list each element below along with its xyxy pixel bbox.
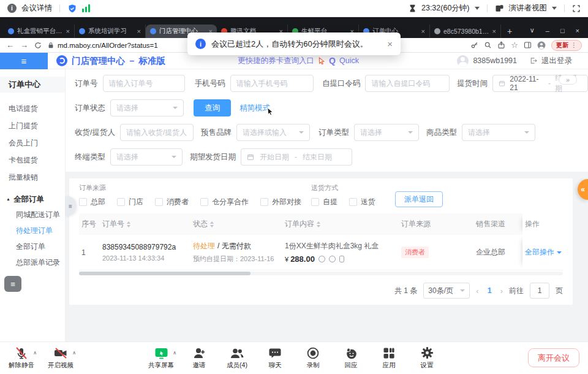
checkbox-icon[interactable]	[79, 198, 87, 206]
floating-menu-button[interactable]: ≡	[4, 276, 21, 292]
expand-filters-button[interactable]: »	[559, 75, 577, 85]
logout-icon[interactable]	[530, 57, 537, 64]
toast-close-icon[interactable]: ×	[387, 39, 393, 49]
view-mode-label[interactable]: 演讲者视图	[509, 3, 548, 13]
order-no-input[interactable]	[109, 79, 179, 88]
share-screen-button[interactable]: 共享屏幕 ∧	[145, 345, 178, 370]
side-panel-icon[interactable]	[524, 41, 532, 49]
network-signal-icon[interactable]	[82, 4, 90, 12]
chat-button[interactable]: 聊天	[258, 345, 292, 370]
camera-options-chevron[interactable]: ∧	[72, 350, 76, 356]
order-type-select[interactable]: 请选择	[354, 124, 419, 141]
phone-input[interactable]	[236, 79, 307, 88]
browser-tab-7[interactable]: e8c573980b1328a258fd2e6 ×	[430, 25, 501, 38]
source-checkbox-hq[interactable]: 总部	[79, 197, 105, 207]
security-shield-icon[interactable]	[67, 4, 77, 13]
zoom-icon[interactable]	[484, 41, 492, 49]
share-options-chevron[interactable]: ∧	[173, 350, 176, 356]
sidebar-group-all-orders[interactable]: ▲ 全部订单	[0, 192, 65, 207]
source-checkbox-external[interactable]: 外部对接	[260, 197, 301, 207]
remark-icon[interactable]	[318, 256, 325, 262]
tab-close-icon[interactable]: ×	[492, 28, 496, 35]
sidebar-item-batch-verify[interactable]: 批量核销	[0, 169, 65, 186]
sidebar-item-all-orders[interactable]: 全部订单	[0, 239, 65, 254]
page-size-select[interactable]: 30条/页	[423, 283, 470, 299]
goods-type-select[interactable]: 请选择	[462, 124, 535, 141]
receiver-input[interactable]	[126, 128, 187, 137]
order-no-value[interactable]: 83859345088979792a	[102, 243, 188, 251]
checkbox-icon[interactable]	[260, 198, 268, 206]
current-page[interactable]: 1	[485, 286, 494, 295]
user-avatar[interactable]	[457, 55, 469, 67]
apps-button[interactable]: 应用	[372, 345, 405, 370]
sidebar-item-pending-orders[interactable]: 待处理订单	[0, 223, 65, 239]
horizontal-scrollbar[interactable]	[79, 272, 563, 275]
expected-ship-date-range[interactable]: 开始日期 - 结束日期	[241, 148, 352, 166]
key-icon[interactable]	[470, 41, 478, 49]
invite-button[interactable]: 邀请	[183, 345, 216, 370]
next-page-button[interactable]: ›	[500, 286, 503, 296]
sidebar-toggle-button[interactable]: ≡	[0, 53, 48, 69]
timer-dropdown-icon[interactable]	[475, 7, 480, 10]
sidebar-item-hq-dispatch-log[interactable]: 总部派单记录	[0, 254, 65, 270]
settings-button[interactable]: 设置	[410, 345, 443, 370]
goto-page-input[interactable]	[530, 283, 549, 299]
share-icon[interactable]	[497, 41, 505, 49]
checkbox-icon[interactable]	[155, 198, 163, 206]
logout-link[interactable]: 退出登录	[541, 56, 572, 66]
view-dropdown-icon[interactable]	[552, 7, 557, 10]
source-checkbox-warehouse-share[interactable]: 仓分享合作	[200, 197, 249, 207]
tab-close-icon[interactable]: ×	[137, 28, 141, 35]
sidebar-item-door-pickup[interactable]: 上门提货	[0, 117, 65, 134]
sort-icon[interactable]	[317, 221, 320, 227]
pickup-code-input[interactable]	[371, 79, 443, 88]
col-status[interactable]: 状态	[190, 213, 282, 235]
checkbox-icon[interactable]	[349, 198, 357, 206]
source-checkbox-consumer[interactable]: 消费者	[155, 197, 189, 207]
window-maximize-icon[interactable]: □	[560, 27, 565, 34]
sidebar-item-phone-pickup[interactable]: 电话提货	[0, 100, 65, 117]
forward-icon[interactable]: →	[20, 41, 28, 49]
checkbox-icon[interactable]	[311, 198, 319, 206]
sidebar-item-card-pickup[interactable]: 卡包提货	[0, 151, 65, 169]
reactions-button[interactable]: 回应	[334, 345, 368, 370]
col-order-no[interactable]: 订单号	[100, 213, 190, 235]
start-video-button[interactable]: 开启视频 ∧	[44, 345, 77, 370]
sidebar-item-city-delivery[interactable]: 同城配送订单	[0, 207, 65, 223]
fullscreen-icon[interactable]	[572, 4, 581, 13]
search-button[interactable]: 查询	[194, 99, 231, 116]
prev-page-button[interactable]: ‹	[476, 286, 478, 296]
profile-icon[interactable]	[537, 41, 546, 50]
chrome-update-button[interactable]: 更新 ⋮	[551, 40, 582, 51]
coupon-query-link[interactable]: 更快捷的券卡查询入口	[238, 56, 314, 66]
tag-icon[interactable]	[329, 256, 336, 262]
mic-options-chevron[interactable]: ∧	[33, 350, 37, 356]
bookmark-star-icon[interactable]: ☆	[511, 41, 518, 49]
delivery-checkbox-selfpickup[interactable]: 自提	[311, 197, 337, 207]
sort-icon[interactable]	[210, 221, 214, 227]
reload-icon[interactable]	[34, 42, 42, 49]
record-button[interactable]: 录制	[296, 345, 330, 370]
leave-meeting-button[interactable]: 离开会议	[528, 348, 579, 367]
col-content[interactable]: 订单内容	[282, 213, 399, 235]
quick-label[interactable]: Quick	[339, 56, 359, 65]
tab-close-icon[interactable]: ×	[66, 28, 70, 35]
presale-brand-select[interactable]: 请选择或输入	[236, 124, 310, 141]
browser-tab-2[interactable]: 系统培训学习 ×	[75, 25, 146, 38]
delivery-checkbox-delivery[interactable]: 送货	[349, 197, 375, 207]
new-tab-button[interactable]: +	[501, 26, 518, 38]
scrollbar-thumb[interactable]	[79, 272, 251, 275]
unmute-button[interactable]: 解除静音 ∧	[5, 345, 38, 370]
tab-close-icon[interactable]: ×	[421, 28, 425, 35]
phone-device-icon[interactable]	[339, 256, 344, 262]
order-status-select[interactable]: 请选择	[110, 99, 184, 116]
window-minimize-icon[interactable]: –	[546, 27, 549, 34]
checkbox-icon[interactable]	[200, 198, 208, 206]
window-close-icon[interactable]: ×	[576, 27, 579, 34]
meeting-info-icon[interactable]: i	[7, 4, 17, 13]
source-checkbox-store[interactable]: 门店	[117, 197, 143, 207]
quick-q-icon[interactable]: Q	[329, 56, 336, 66]
group-collapse-icon[interactable]: ▲	[6, 192, 10, 207]
members-button[interactable]: 成员(4)	[221, 345, 254, 370]
all-actions-dropdown[interactable]: 全部操作	[525, 247, 562, 258]
